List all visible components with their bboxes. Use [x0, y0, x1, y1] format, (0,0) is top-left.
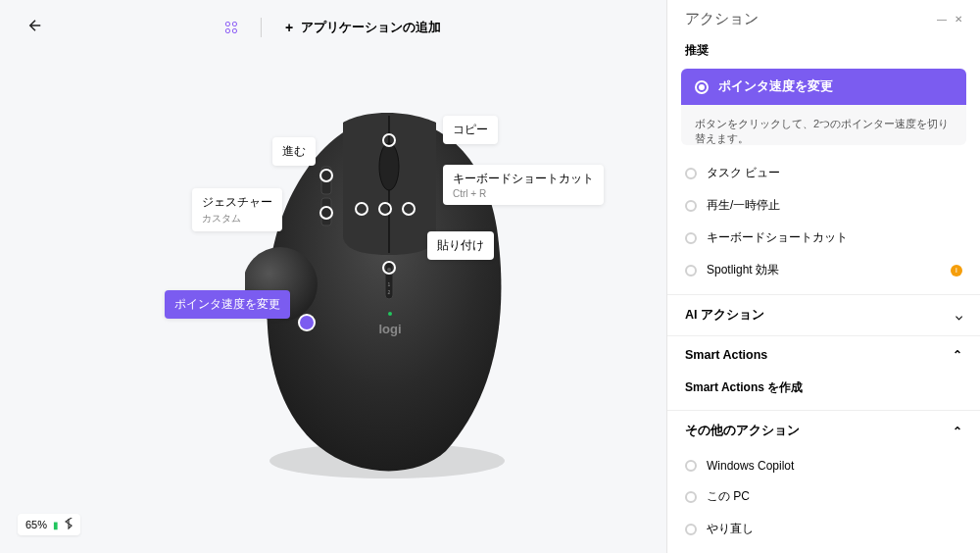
status-bar: 65% ▮	[18, 514, 80, 535]
smart-actions-section[interactable]: Smart Actions⌃	[667, 335, 980, 374]
hotspot-pointer-speed[interactable]	[300, 316, 314, 329]
divider	[261, 18, 262, 37]
bluetooth-icon	[65, 518, 73, 531]
window-controls: — ✕	[937, 14, 962, 25]
action-body: ボタンをクリックして、2つのポインター速度を切り替えます。 ポインタ速度 1 4…	[681, 105, 966, 145]
option-play-pause[interactable]: 再生/一時停止	[685, 189, 962, 222]
svg-point-2	[379, 143, 399, 190]
hotspot-wheel[interactable]	[382, 133, 396, 147]
panel-header: アクション — ✕	[667, 0, 980, 32]
hotspot-mid-right[interactable]	[402, 202, 416, 216]
hotspot-mid-center[interactable]	[378, 202, 392, 216]
radio-icon	[685, 524, 697, 535]
option-windows-copilot[interactable]: Windows Copilot	[685, 451, 962, 480]
radio-icon	[685, 200, 697, 212]
plus-icon: +	[285, 20, 293, 35]
main-area: + アプリケーションの追加	[0, 0, 666, 553]
device-view: 1 2 logi 進む ジェスチャーカスタム ポインタ速度を変更 コピー キーボ…	[0, 78, 666, 553]
radio-icon	[685, 168, 697, 179]
label-paste[interactable]: 貼り付け	[427, 231, 494, 260]
option-this-pc[interactable]: この PC	[685, 480, 962, 513]
option-spotlight[interactable]: Spotlight 効果i	[685, 254, 962, 286]
svg-text:logi: logi	[378, 322, 401, 336]
recommended-label: 推奨	[667, 32, 980, 69]
label-gesture[interactable]: ジェスチャーカスタム	[192, 188, 282, 231]
minimize-icon[interactable]: —	[937, 14, 947, 25]
label-kb-shortcut[interactable]: キーボードショートカットCtrl + R	[443, 165, 604, 205]
add-app-label: アプリケーションの追加	[301, 20, 441, 36]
chevron-up-icon: ⌃	[953, 348, 962, 362]
other-options: Windows Copilot この PC やり直し	[667, 451, 980, 553]
radio-icon	[685, 460, 697, 472]
chevron-up-icon: ⌃	[953, 425, 962, 438]
option-task-view[interactable]: タスク ビュー	[685, 157, 962, 189]
svg-text:2: 2	[388, 289, 391, 295]
add-application-button[interactable]: + アプリケーションの追加	[285, 20, 441, 36]
top-center: + アプリケーションの追加	[225, 18, 441, 37]
panel-title: アクション	[685, 10, 759, 28]
hotspot-dpi[interactable]	[382, 261, 396, 275]
hotspot-forward[interactable]	[319, 169, 333, 182]
hotspot-gesture[interactable]	[319, 206, 333, 220]
svg-point-10	[388, 312, 392, 316]
hotspot-mid-left[interactable]	[355, 202, 368, 216]
selected-action-card: ポインタ速度を変更 ボタンをクリックして、2つのポインター速度を切り替えます。 …	[681, 69, 966, 145]
svg-text:1: 1	[388, 281, 391, 287]
label-forward[interactable]: 進む	[272, 137, 316, 166]
ai-actions-section[interactable]: AI アクション⌵	[667, 294, 980, 335]
smart-actions-create[interactable]: Smart Actions を作成	[667, 374, 980, 410]
label-pointer-speed[interactable]: ポインタ速度を変更	[165, 290, 290, 319]
battery-percent: 65%	[25, 519, 47, 530]
label-copy[interactable]: コピー	[443, 116, 498, 144]
apps-grid-icon[interactable]	[225, 22, 237, 33]
option-keyboard-shortcut[interactable]: キーボードショートカット	[685, 222, 962, 254]
radio-icon	[685, 265, 697, 276]
radio-icon	[685, 491, 697, 503]
chevron-down-icon: ⌵	[956, 309, 962, 323]
radio-icon	[685, 232, 697, 244]
recommended-options: タスク ビュー 再生/一時停止 キーボードショートカット Spotlight 効…	[667, 157, 980, 294]
option-redo[interactable]: やり直し	[685, 513, 962, 545]
action-title: ポインタ速度を変更	[718, 78, 833, 95]
battery-icon: ▮	[53, 520, 59, 530]
info-badge-icon: i	[951, 265, 962, 276]
close-icon[interactable]: ✕	[955, 14, 962, 25]
radio-selected-icon	[695, 80, 709, 94]
action-desc: ボタンをクリックして、2つのポインター速度を切り替えます。	[695, 117, 953, 145]
back-button[interactable]	[24, 14, 47, 37]
actions-panel: アクション — ✕ 推奨 ポインタ速度を変更 ボタンをクリックして、2つのポイン…	[666, 0, 980, 553]
other-actions-section[interactable]: その他のアクション⌃	[667, 410, 980, 451]
action-head[interactable]: ポインタ速度を変更	[681, 69, 966, 105]
